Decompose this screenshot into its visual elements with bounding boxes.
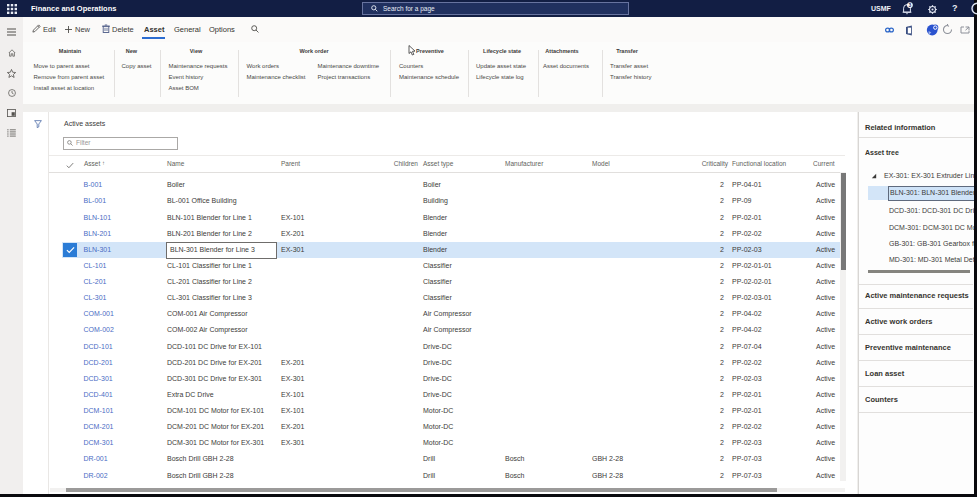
svg-text:3: 3: [909, 2, 912, 8]
